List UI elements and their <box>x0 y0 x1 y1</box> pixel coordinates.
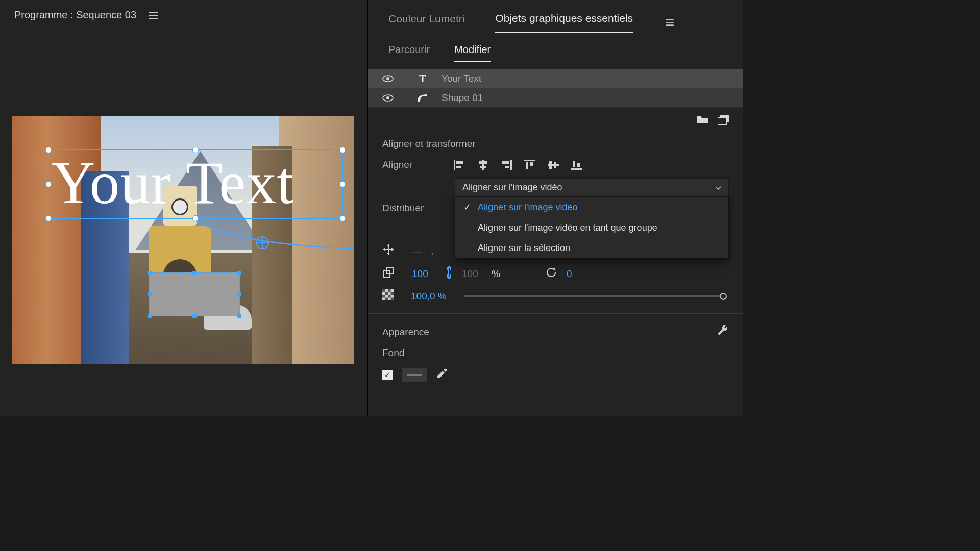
svg-rect-24 <box>505 166 509 168</box>
program-viewer[interactable]: Your Text <box>12 116 354 364</box>
resize-handle[interactable] <box>237 314 241 318</box>
layer-row[interactable]: Shape 01 <box>368 88 743 108</box>
fill-checkbox[interactable]: ✓ <box>382 370 393 380</box>
align-top-icon[interactable] <box>523 159 536 171</box>
svg-rect-40 <box>382 289 385 292</box>
svg-rect-18 <box>456 166 461 168</box>
tab-browse[interactable]: Parcourir <box>388 44 430 62</box>
svg-rect-17 <box>456 161 463 164</box>
resize-handle[interactable] <box>45 181 52 187</box>
position-x-value[interactable]: — <box>412 245 422 257</box>
opacity-value[interactable]: 100,0 % <box>411 291 452 302</box>
svg-rect-43 <box>391 292 394 295</box>
svg-rect-16 <box>454 160 455 170</box>
visibility-toggle-icon[interactable] <box>382 75 394 82</box>
wrench-icon[interactable] <box>717 325 729 339</box>
resize-handle[interactable] <box>339 215 346 221</box>
svg-rect-23 <box>502 161 509 164</box>
panel-menu-icon[interactable] <box>149 12 158 19</box>
scale-y-value[interactable]: 100 <box>462 268 482 280</box>
resize-handle[interactable] <box>148 314 152 318</box>
rotate-icon <box>545 267 557 281</box>
panel-menu-icon[interactable] <box>666 19 674 26</box>
svg-rect-20 <box>479 161 487 164</box>
svg-rect-15 <box>718 117 726 124</box>
rotate-value[interactable]: 0 <box>567 268 572 280</box>
tab-lumetri[interactable]: Couleur Lumetri <box>388 13 464 32</box>
panel-tabs: Couleur Lumetri Objets graphiques essent… <box>368 0 743 33</box>
link-icon[interactable] <box>445 266 453 281</box>
dropdown-option[interactable]: ✓ Aligner sur l'image vidéo <box>455 197 728 217</box>
resize-handle[interactable] <box>192 147 199 153</box>
svg-rect-25 <box>524 160 535 161</box>
align-label: Aligner <box>382 159 444 170</box>
section-align-transform: Aligner et transformer <box>368 130 743 155</box>
svg-rect-30 <box>554 162 556 168</box>
scale-unit: % <box>492 268 500 280</box>
scale-row: 100 100 % 0 <box>368 262 743 285</box>
opacity-slider[interactable] <box>464 295 724 297</box>
svg-rect-38 <box>448 270 449 274</box>
align-right-icon[interactable] <box>500 159 513 171</box>
tab-essential-graphics[interactable]: Objets graphiques essentiels <box>495 12 633 33</box>
shape-layer-icon <box>415 93 430 103</box>
layer-name: Your Text <box>442 73 481 84</box>
dropdown-option[interactable]: Aligner sur l'image vidéo en tant que gr… <box>455 217 728 238</box>
svg-rect-45 <box>388 295 391 298</box>
layer-row[interactable]: T Your Text <box>368 69 743 88</box>
svg-rect-44 <box>382 295 385 298</box>
position-icon <box>382 243 395 258</box>
fill-row: ✓ <box>368 364 743 386</box>
align-vcenter-icon[interactable] <box>547 159 560 171</box>
position-separator: , <box>431 245 433 257</box>
scale-icon <box>382 266 395 281</box>
resize-handle[interactable] <box>192 271 197 275</box>
new-layer-icon[interactable] <box>718 115 729 127</box>
text-layer-content: Your Text <box>48 150 342 213</box>
align-to-dropdown: ✓ Aligner sur l'image vidéo Aligner sur … <box>455 196 729 259</box>
resize-handle[interactable] <box>237 292 241 296</box>
divider <box>368 313 743 314</box>
distribute-label: Distribuer <box>382 203 444 214</box>
resize-handle[interactable] <box>192 215 199 221</box>
resize-handle[interactable] <box>192 314 197 318</box>
resize-handle[interactable] <box>237 271 241 275</box>
resize-handle[interactable] <box>148 292 152 296</box>
program-title: Programme : Sequence 03 <box>14 9 136 21</box>
eyedropper-icon[interactable] <box>436 368 448 382</box>
program-monitor-panel: Programme : Sequence 03 Your Text <box>0 0 368 416</box>
layer-name: Shape 01 <box>442 92 483 104</box>
opacity-row: 100,0 % <box>368 285 743 307</box>
resize-handle[interactable] <box>148 271 152 275</box>
visibility-toggle-icon[interactable] <box>382 94 394 102</box>
check-icon: ✓ <box>462 202 472 213</box>
svg-rect-21 <box>480 166 486 168</box>
shape-layer-bounds[interactable] <box>149 272 240 316</box>
svg-rect-29 <box>549 161 552 169</box>
svg-rect-41 <box>388 289 391 292</box>
text-layer-bounds[interactable]: Your Text <box>48 149 343 219</box>
opacity-icon <box>382 289 394 303</box>
resize-handle[interactable] <box>339 147 346 153</box>
resize-handle[interactable] <box>45 147 52 153</box>
fill-color-swatch[interactable] <box>402 368 427 382</box>
dropdown-option[interactable]: Aligner sur la sélection <box>455 238 728 258</box>
svg-rect-31 <box>571 168 582 170</box>
align-to-select[interactable]: Aligner sur l'image vidéo ✓ Aligner sur … <box>455 178 729 196</box>
align-hcenter-icon[interactable] <box>476 159 489 171</box>
svg-rect-26 <box>526 162 528 169</box>
resize-handle[interactable] <box>45 215 52 221</box>
align-bottom-icon[interactable] <box>570 159 583 171</box>
resize-handle[interactable] <box>339 181 346 187</box>
svg-point-10 <box>386 77 389 80</box>
align-left-icon[interactable] <box>453 159 466 171</box>
scale-value[interactable]: 100 <box>412 268 435 280</box>
new-folder-icon[interactable] <box>696 115 708 127</box>
svg-rect-47 <box>391 298 394 301</box>
slider-knob[interactable] <box>720 293 727 300</box>
section-appearance: Apparence <box>382 327 429 338</box>
tab-edit[interactable]: Modifier <box>454 44 491 62</box>
chevron-down-icon <box>715 182 721 193</box>
align-to-value: Aligner sur l'image vidéo <box>462 182 562 193</box>
align-row: Aligner <box>368 155 743 175</box>
